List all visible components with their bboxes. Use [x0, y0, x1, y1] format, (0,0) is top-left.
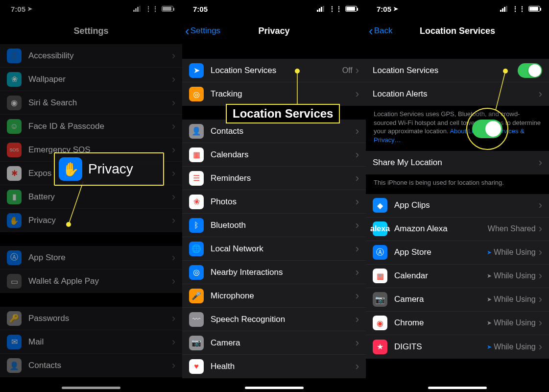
toggle-location-services[interactable]: [518, 63, 542, 78]
row-digits[interactable]: ★DIGITS➤While Using›: [366, 335, 549, 359]
cell-icon: [133, 6, 142, 12]
row-label: Privacy: [28, 216, 172, 225]
screen-settings: 7:05➤ ⋮⋮ Settings 👤Accessibility›❀Wallpa…: [0, 0, 182, 392]
row-app-clips[interactable]: ◆App Clips›: [366, 194, 549, 218]
row-speech[interactable]: 〰Speech Recognition›: [182, 308, 366, 331]
toggle-icon: [472, 120, 502, 138]
row-nearby[interactable]: ◎Nearby Interactions›: [182, 261, 366, 284]
home-indicator[interactable]: [245, 387, 304, 389]
accessibility-icon: 👤: [7, 49, 22, 63]
row-value: While Using: [494, 343, 535, 351]
row-camera[interactable]: 📷Camera›: [182, 331, 366, 355]
battery-icon: [162, 6, 173, 12]
row-location-services-toggle[interactable]: Location Services: [366, 59, 549, 82]
chevron-right-icon: ›: [172, 97, 175, 109]
row-label: Location Services: [211, 66, 342, 75]
row-privacy[interactable]: ✋Privacy›: [0, 209, 182, 232]
row-label: Health: [211, 362, 356, 371]
row-wallet[interactable]: ▭Wallet & Apple Pay›: [0, 270, 182, 293]
row-label: Share My Location: [373, 158, 539, 168]
privacy-icon: ✋: [7, 213, 22, 228]
wallet-icon: ▭: [7, 274, 22, 289]
health-icon: ♥: [189, 359, 204, 374]
photos-icon: ❀: [189, 195, 204, 209]
row-faceid[interactable]: ☺Face ID & Passcode›: [0, 115, 182, 138]
row-value: While Using: [494, 318, 535, 327]
nav-bar: Settings: [0, 18, 182, 44]
status-bar: 7:05➤ ⋮⋮: [366, 0, 549, 18]
chevron-right-icon: ›: [172, 312, 175, 325]
location-indicator-icon: ➤: [487, 319, 492, 326]
row-app-store[interactable]: ⒶApp Store➤While Using›: [366, 241, 549, 265]
chevron-right-icon: ›: [356, 266, 359, 279]
row-contacts[interactable]: 👤Contacts›: [0, 354, 182, 377]
row-value: While Using: [494, 271, 535, 280]
chevron-right-icon: ›: [172, 191, 175, 203]
row-value: While Using: [494, 295, 535, 304]
row-label: Wallet & Apple Pay: [28, 276, 172, 286]
row-photos[interactable]: ❀Photos›: [182, 190, 366, 214]
home-indicator[interactable]: [428, 387, 487, 389]
row-app-store[interactable]: ⒶApp Store›: [0, 246, 182, 270]
page-title: Privacy: [258, 26, 289, 36]
row-alexa[interactable]: alexaAmazon AlexaWhen Shared›: [366, 218, 549, 241]
share-location-footer: This iPhone is being used for location s…: [366, 174, 549, 194]
row-label: Amazon Alexa: [394, 224, 488, 234]
camera-icon: 📷: [373, 292, 387, 307]
mail-icon: ✉: [7, 335, 22, 349]
nav-bar: ‹Back Location Services: [366, 18, 549, 44]
row-label: Accessibility: [28, 51, 172, 61]
cell-icon: [500, 6, 509, 12]
wifi-icon: ⋮⋮: [329, 5, 342, 13]
location-services-footer: Location Services uses GPS, Bluetooth, a…: [366, 106, 549, 151]
row-accessibility[interactable]: 👤Accessibility›: [0, 44, 182, 68]
row-tracking[interactable]: ◎Tracking›: [182, 82, 366, 106]
row-share-my-location[interactable]: Share My Location ›: [366, 151, 549, 174]
reminders-icon: ☰: [189, 171, 204, 186]
chevron-right-icon: ›: [172, 49, 175, 62]
siri-search-icon: ◉: [7, 96, 22, 110]
row-reminders[interactable]: ☰Reminders›: [182, 167, 366, 190]
nearby-icon: ◎: [189, 265, 204, 280]
back-button[interactable]: ‹Back: [369, 24, 392, 37]
row-calendars[interactable]: ▦Calendars›: [182, 143, 366, 167]
row-label: Calendars: [211, 150, 356, 160]
chevron-right-icon: ›: [539, 199, 542, 212]
chevron-right-icon: ›: [356, 172, 359, 185]
local-network-icon: 🌐: [189, 242, 204, 256]
row-siri-search[interactable]: ◉Siri & Search›: [0, 91, 182, 115]
wallpaper-icon: ❀: [7, 72, 22, 87]
app-store-icon: Ⓐ: [373, 245, 387, 260]
chevron-right-icon: ›: [539, 246, 542, 259]
row-battery[interactable]: ▮Battery›: [0, 185, 182, 209]
row-label: Local Network: [211, 244, 356, 254]
back-button[interactable]: ‹Settings: [185, 24, 220, 37]
contacts-icon: 👤: [189, 124, 204, 139]
callout-toggle: [466, 108, 508, 150]
chevron-right-icon: ›: [356, 313, 359, 326]
home-indicator[interactable]: [62, 387, 120, 389]
chevron-right-icon: ›: [356, 148, 359, 161]
nav-bar: ‹Settings Privacy: [182, 18, 366, 44]
location-icon: ➤: [27, 5, 32, 12]
row-passwords[interactable]: 🔑Passwords›: [0, 307, 182, 330]
location-indicator-icon: ➤: [487, 343, 492, 350]
row-value: Off: [342, 66, 353, 75]
row-health[interactable]: ♥Health›: [182, 355, 366, 378]
row-local-network[interactable]: 🌐Local Network›: [182, 237, 366, 261]
digits-icon: ★: [373, 340, 387, 354]
row-wallpaper[interactable]: ❀Wallpaper›: [0, 68, 182, 91]
row-chrome[interactable]: ◉Chrome➤While Using›: [366, 312, 549, 335]
row-location-services[interactable]: ➤Location ServicesOff›: [182, 59, 366, 82]
row-label: Contacts: [211, 126, 356, 136]
row-location-alerts[interactable]: Location Alerts ›: [366, 82, 549, 106]
row-bluetooth[interactable]: ᛒBluetooth›: [182, 214, 366, 237]
chevron-right-icon: ›: [356, 337, 359, 349]
callout-privacy: ✋ Privacy: [54, 152, 164, 186]
row-mail[interactable]: ✉Mail›: [0, 330, 182, 354]
row-label: DIGITS: [394, 342, 487, 352]
alexa-icon: alexa: [373, 221, 387, 236]
row-camera[interactable]: 📷Camera➤While Using›: [366, 288, 549, 312]
row-microphone[interactable]: 🎤Microphone›: [182, 284, 366, 308]
row-calendar[interactable]: ▦Calendar➤While Using›: [366, 265, 549, 288]
